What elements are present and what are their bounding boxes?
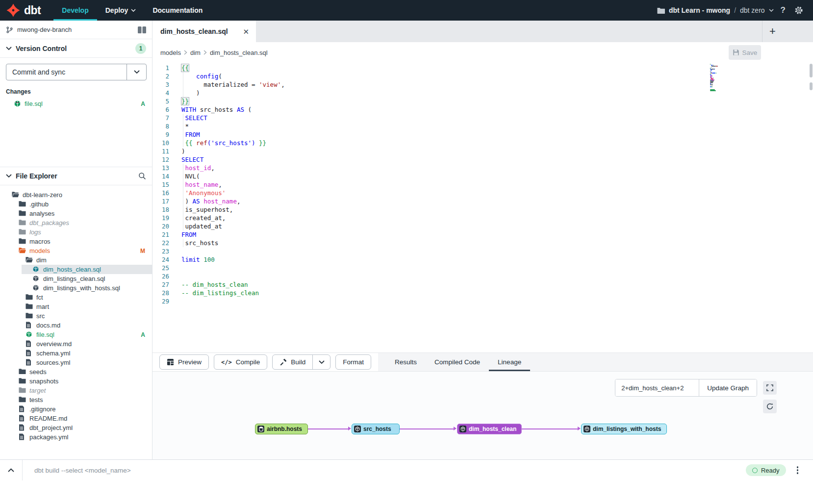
tree-item-dim[interactable]: dim [0,255,152,265]
breadcrumb-file[interactable]: dim_hosts_clean.sql [210,49,268,56]
tree-item-dbt-project-yml[interactable]: dbt_project.yml [0,423,152,432]
code-line[interactable]: {{ ref('src_hosts') }} [181,139,715,147]
code-line[interactable]: host_id, [181,164,715,172]
breadcrumb-dim[interactable]: dim [190,49,201,56]
tree-item-dim-hosts-clean-sql[interactable]: dim_hosts_clean.sql [22,265,152,274]
lineage-node-dim-hosts-clean[interactable]: dim_hosts_clean [457,424,522,434]
code-line[interactable]: is_superhost, [181,205,715,214]
code-line[interactable]: ) [181,147,715,155]
tree-item-docs-md[interactable]: docs.md [0,321,152,330]
tree-item-logs[interactable]: logs [0,227,152,237]
format-button[interactable]: Format [335,354,371,370]
version-control-header[interactable]: Version Control 1 [0,39,152,58]
tree-item-models[interactable]: modelsM [0,246,152,255]
code-line[interactable]: * [181,122,715,130]
nav-documentation[interactable]: Documentation [144,0,211,21]
code-line[interactable]: config( [181,72,715,80]
tree-item-dbt-packages[interactable]: dbt_packages [0,218,152,227]
save-button[interactable]: Save [729,45,761,60]
settings-gear-button[interactable] [792,4,805,17]
code-line[interactable] [181,297,715,305]
branch-row[interactable]: mwong-dev-branch [0,21,152,39]
tree-item-readme-md[interactable]: README.md [0,414,152,423]
lineage-node-src-hosts[interactable]: src_hosts [352,424,400,434]
help-button[interactable]: ? [779,3,788,17]
code-line[interactable]: SELECT [181,114,715,122]
code-line[interactable]: SELECT [181,155,715,164]
commit-and-sync-button[interactable]: Commit and sync [6,64,147,80]
nav-deploy[interactable]: Deploy [97,0,145,21]
nav-develop[interactable]: Develop [53,0,97,21]
code-line[interactable]: FROM [181,130,715,139]
tab-lineage[interactable]: Lineage [489,353,530,371]
code-line[interactable]: {{ [181,64,715,72]
editor-scrollbar[interactable] [809,63,813,353]
tree-item-dbt-learn-zero[interactable]: dbt-learn-zero [0,190,152,200]
code-line[interactable]: -- dim_hosts_clean [181,280,715,289]
scrollbar-thumb[interactable] [810,82,813,90]
code-line[interactable]: ) [181,89,715,97]
code-line[interactable]: host_name, [181,180,715,189]
tree-item-packages-yml[interactable]: packages.yml [0,432,152,442]
build-button[interactable]: Build [273,355,312,369]
code-line[interactable]: materialized = 'view', [181,80,715,89]
code-line[interactable]: -- dim_listings_clean [181,289,715,297]
tree-item-overview-md[interactable]: overview.md [0,339,152,349]
tree-item-macros[interactable]: macros [0,237,152,246]
code-line[interactable]: 'Anonymous' [181,189,715,197]
code-line[interactable]: }} [181,97,715,105]
changed-file-row[interactable]: file.sql A [0,99,152,108]
code-line[interactable] [181,264,715,272]
code-line[interactable]: src_hosts [181,239,715,247]
close-tab-icon[interactable]: ✕ [243,28,249,35]
tree-item-dim-listings-with-hosts-sql[interactable]: dim_listings_with_hosts.sql [0,283,152,293]
tree-item-snapshots[interactable]: snapshots [0,377,152,386]
code-line[interactable]: ) AS host_name, [181,197,715,205]
tree-item-analyses[interactable]: analyses [0,209,152,218]
lineage-node-dim-listings-with-hosts[interactable]: dim_listings_with_hosts [581,424,667,434]
lineage-graph[interactable]: airbnb.hostssrc_hostsdim_hosts_cleandim_… [152,372,813,459]
tree-item--github[interactable]: .github [0,200,152,209]
scrollbar-thumb[interactable] [810,64,813,77]
tree-item-mart[interactable]: mart [0,302,152,311]
tree-item-src[interactable]: src [0,311,152,321]
tree-item-fct[interactable]: fct [0,293,152,302]
split-view-icon[interactable] [138,26,146,33]
code-line[interactable]: WITH src_hosts AS ( [181,105,715,114]
dbt-command-input[interactable] [23,467,746,474]
code-editor[interactable]: 1234567891011121314151617181920212223242… [152,63,813,353]
tab-dim-hosts-clean[interactable]: dim_hosts_clean.sql ✕ [152,21,256,42]
preview-button[interactable]: Preview [159,354,209,370]
build-options-caret[interactable] [312,355,330,369]
code-lines[interactable]: {{ config( materialized = 'view', )}}WIT… [181,64,715,305]
tree-item-dim-listings-clean-sql[interactable]: dim_listings_clean.sql [0,274,152,283]
tree-item-target[interactable]: target [0,386,152,395]
tree-item-schema-yml[interactable]: schema.yml [0,349,152,358]
minimap[interactable] [710,64,727,92]
code-line[interactable]: FROM [181,230,715,239]
code-line[interactable] [181,247,715,255]
tree-item-sources-yml[interactable]: sources.yml [0,358,152,367]
expand-history-button[interactable] [0,460,23,480]
tree-item-seeds[interactable]: seeds [0,367,152,377]
code-line[interactable]: updated_at [181,222,715,230]
commit-options-caret[interactable] [127,64,146,80]
new-tab-button[interactable]: + [769,25,776,38]
breadcrumb-models[interactable]: models [160,49,181,56]
code-line[interactable] [181,272,715,280]
code-line[interactable]: created_at, [181,214,715,222]
file-explorer-header[interactable]: File Explorer [0,167,152,185]
tree-item-file-sql[interactable]: file.sqlA [0,330,152,339]
command-menu-kebab[interactable] [793,464,803,476]
compile-button[interactable]: </> Compile [214,354,267,370]
project-selector[interactable]: dbt Learn - mwong / dbt zero [657,6,774,14]
dbt-logo[interactable]: dbt [0,0,53,21]
tab-compiled-code[interactable]: Compiled Code [426,353,489,371]
code-line[interactable]: NVL( [181,172,715,180]
tree-item--gitignore[interactable]: .gitignore [0,404,152,414]
lineage-node-airbnb-hosts[interactable]: airbnb.hosts [255,424,308,434]
code-line[interactable]: limit 100 [181,255,715,264]
tree-item-tests[interactable]: tests [0,395,152,404]
search-icon[interactable] [138,172,146,180]
tab-results[interactable]: Results [386,353,426,371]
